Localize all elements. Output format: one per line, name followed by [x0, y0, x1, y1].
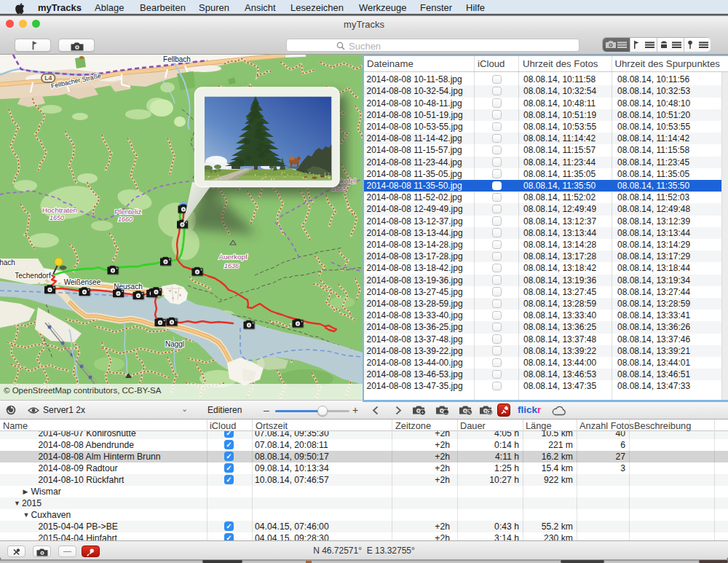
svg-text:Hochtraten: Hochtraten: [42, 206, 77, 214]
svg-text:+: +: [421, 409, 424, 416]
svg-text:1650: 1650: [50, 214, 64, 221]
svg-text:↻: ↻: [487, 409, 491, 416]
svg-text:Techendorf: Techendorf: [15, 272, 51, 280]
svg-text:Fellbach: Fellbach: [163, 55, 191, 63]
svg-text:Plenteliz: Plenteliz: [114, 208, 141, 216]
svg-text:hach: hach: [0, 259, 15, 267]
svg-text:Auerkopf: Auerkopf: [218, 253, 247, 261]
svg-text:1636: 1636: [224, 262, 239, 269]
svg-text:✎: ✎: [467, 409, 471, 416]
svg-text:© OpenStreetMap contributors,: © OpenStreetMap contributors, CC-BY-SA: [4, 386, 162, 395]
svg-text:1660: 1660: [118, 216, 132, 223]
svg-text:Weißensee: Weißensee: [64, 278, 101, 286]
svg-text:Naggl: Naggl: [165, 340, 184, 348]
svg-text:L4: L4: [44, 74, 52, 82]
